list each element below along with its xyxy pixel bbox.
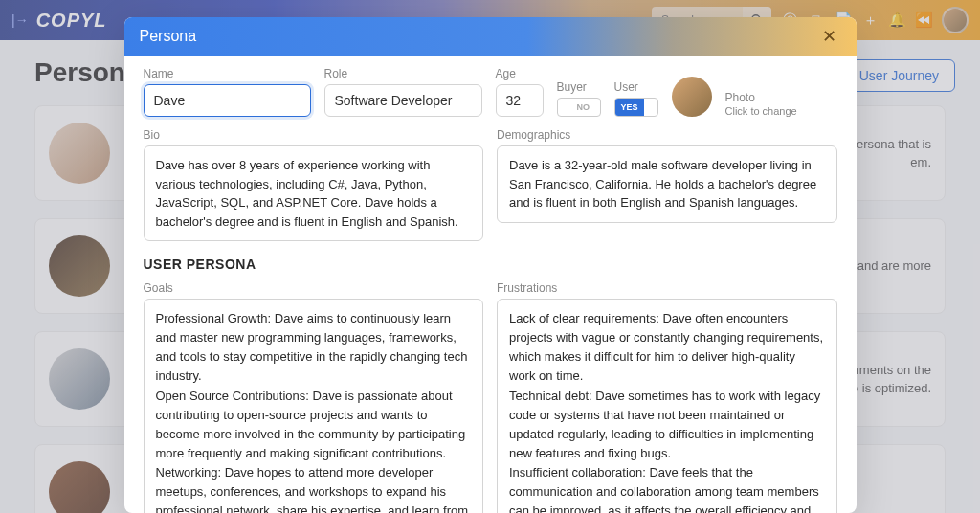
field-age: Age	[496, 67, 544, 117]
field-user: User YES	[614, 80, 658, 117]
bio-column: Bio Dave has over 8 years of experience …	[144, 128, 484, 241]
close-icon[interactable]: ✕	[818, 25, 841, 48]
toggle-no: NO	[571, 99, 596, 116]
modal-title: Persona	[140, 28, 197, 45]
buyer-label: Buyer	[557, 80, 601, 94]
field-name: Name	[144, 67, 311, 117]
role-label: Role	[324, 67, 482, 80]
bio-demo-row: Bio Dave has over 8 years of experience …	[144, 128, 837, 241]
age-label: Age	[496, 67, 544, 80]
persona-avatar[interactable]	[672, 77, 712, 117]
bio-label: Bio	[144, 128, 484, 142]
form-row-top: Name Role Age Buyer NO User YES	[144, 67, 837, 117]
field-role: Role	[324, 67, 482, 117]
frustrations-textarea[interactable]: Lack of clear requirements: Dave often e…	[497, 299, 837, 513]
name-label: Name	[144, 67, 311, 80]
age-input[interactable]	[496, 84, 544, 117]
modal-overlay[interactable]: Persona ✕ Name Role Age Buyer N	[0, 0, 980, 513]
photo-label: Photo	[725, 91, 797, 104]
bio-textarea[interactable]: Dave has over 8 years of experience work…	[144, 145, 484, 241]
persona-modal: Persona ✕ Name Role Age Buyer N	[124, 17, 857, 513]
goals-label: Goals	[144, 281, 484, 295]
demo-textarea[interactable]: Dave is a 32-year-old male software deve…	[497, 145, 837, 223]
modal-header: Persona ✕	[124, 17, 857, 56]
name-input[interactable]	[144, 84, 311, 117]
field-buyer: Buyer NO	[557, 80, 601, 117]
demo-column: Demographics Dave is a 32-year-old male …	[497, 128, 837, 241]
photo-column[interactable]: Photo Click to change	[725, 91, 797, 117]
goals-column: Goals Professional Growth: Dave aims to …	[144, 281, 484, 513]
demo-label: Demographics	[497, 128, 837, 142]
user-toggle[interactable]: YES	[614, 98, 658, 117]
buyer-toggle[interactable]: NO	[557, 98, 601, 117]
user-label: User	[614, 80, 658, 94]
modal-body: Name Role Age Buyer NO User YES	[124, 56, 857, 513]
goals-frustrations-row: Goals Professional Growth: Dave aims to …	[144, 281, 837, 513]
user-persona-heading: USER PERSONA	[144, 256, 837, 272]
frustrations-label: Frustrations	[497, 281, 837, 295]
goals-textarea[interactable]: Professional Growth: Dave aims to contin…	[144, 299, 484, 513]
toggle-yes: YES	[615, 99, 644, 116]
frustrations-column: Frustrations Lack of clear requirements:…	[497, 281, 837, 513]
role-input[interactable]	[324, 84, 482, 117]
photo-sublabel: Click to change	[725, 105, 797, 117]
